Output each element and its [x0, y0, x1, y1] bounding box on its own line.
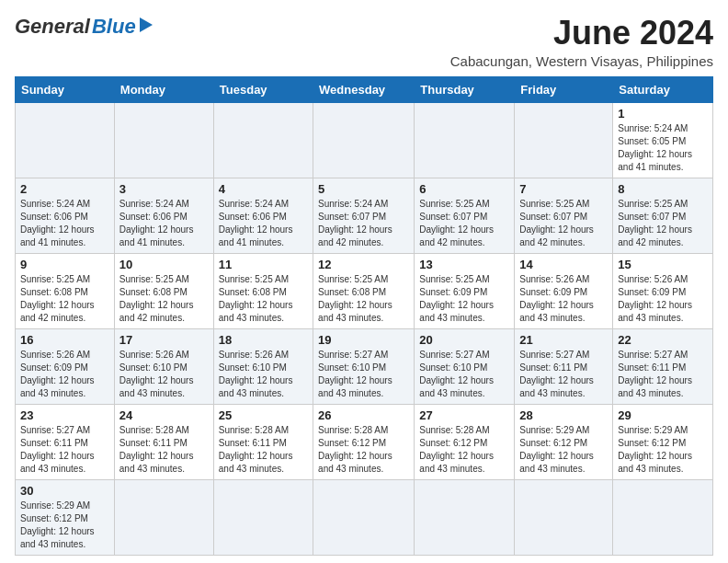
day-number: 25 [219, 408, 308, 422]
calendar-day-cell: 27Sunrise: 5:28 AM Sunset: 6:12 PM Dayli… [415, 404, 515, 479]
header-tuesday: Tuesday [213, 76, 313, 102]
header-sunday: Sunday [16, 76, 115, 102]
calendar-day-cell [415, 479, 515, 555]
calendar-day-cell: 2Sunrise: 5:24 AM Sunset: 6:06 PM Daylig… [16, 178, 115, 253]
calendar-day-cell: 20Sunrise: 5:27 AM Sunset: 6:10 PM Dayli… [415, 328, 515, 404]
day-number: 21 [519, 333, 608, 347]
calendar-day-cell: 10Sunrise: 5:25 AM Sunset: 6:08 PM Dayli… [114, 253, 213, 328]
day-number: 20 [419, 333, 509, 347]
calendar-day-cell [313, 102, 415, 178]
day-info: Sunrise: 5:27 AM Sunset: 6:11 PM Dayligh… [519, 349, 608, 400]
day-info: Sunrise: 5:24 AM Sunset: 6:06 PM Dayligh… [219, 198, 308, 249]
calendar-day-cell: 6Sunrise: 5:25 AM Sunset: 6:07 PM Daylig… [415, 178, 515, 253]
calendar-week-row: 16Sunrise: 5:26 AM Sunset: 6:09 PM Dayli… [16, 328, 713, 404]
calendar-day-cell: 17Sunrise: 5:26 AM Sunset: 6:10 PM Dayli… [114, 328, 213, 404]
day-info: Sunrise: 5:26 AM Sunset: 6:09 PM Dayligh… [20, 349, 109, 400]
day-number: 5 [318, 182, 409, 196]
logo-wrapper: General Blue [15, 15, 153, 39]
calendar-day-cell: 26Sunrise: 5:28 AM Sunset: 6:12 PM Dayli… [313, 404, 415, 479]
day-number: 18 [219, 333, 308, 347]
day-number: 1 [618, 107, 708, 121]
calendar-day-cell: 25Sunrise: 5:28 AM Sunset: 6:11 PM Dayli… [213, 404, 313, 479]
day-number: 27 [419, 408, 509, 422]
header-friday: Friday [515, 76, 613, 102]
day-info: Sunrise: 5:27 AM Sunset: 6:11 PM Dayligh… [618, 349, 708, 400]
day-info: Sunrise: 5:29 AM Sunset: 6:12 PM Dayligh… [20, 500, 109, 551]
calendar-week-row: 1Sunrise: 5:24 AM Sunset: 6:05 PM Daylig… [16, 102, 713, 178]
calendar-day-cell [515, 479, 613, 555]
calendar-week-row: 2Sunrise: 5:24 AM Sunset: 6:06 PM Daylig… [16, 178, 713, 253]
calendar-day-cell: 1Sunrise: 5:24 AM Sunset: 6:05 PM Daylig… [613, 102, 713, 178]
day-info: Sunrise: 5:28 AM Sunset: 6:11 PM Dayligh… [119, 424, 209, 476]
day-info: Sunrise: 5:27 AM Sunset: 6:10 PM Dayligh… [318, 349, 409, 400]
day-info: Sunrise: 5:25 AM Sunset: 6:07 PM Dayligh… [618, 198, 708, 249]
calendar-day-cell: 18Sunrise: 5:26 AM Sunset: 6:10 PM Dayli… [213, 328, 313, 404]
calendar-day-cell: 19Sunrise: 5:27 AM Sunset: 6:10 PM Dayli… [313, 328, 415, 404]
calendar-day-cell [313, 479, 415, 555]
calendar-day-cell: 11Sunrise: 5:25 AM Sunset: 6:08 PM Dayli… [213, 253, 313, 328]
title-area: June 2024 Cabacungan, Western Visayas, P… [450, 15, 713, 69]
day-number: 30 [20, 484, 109, 498]
calendar-day-cell: 3Sunrise: 5:24 AM Sunset: 6:06 PM Daylig… [114, 178, 213, 253]
calendar-day-cell: 9Sunrise: 5:25 AM Sunset: 6:08 PM Daylig… [16, 253, 115, 328]
calendar-day-cell [16, 102, 115, 178]
day-info: Sunrise: 5:25 AM Sunset: 6:07 PM Dayligh… [419, 198, 509, 249]
header-monday: Monday [114, 76, 213, 102]
day-number: 4 [219, 182, 308, 196]
calendar-week-row: 23Sunrise: 5:27 AM Sunset: 6:11 PM Dayli… [16, 404, 713, 479]
day-info: Sunrise: 5:29 AM Sunset: 6:12 PM Dayligh… [618, 424, 708, 476]
calendar-day-cell: 12Sunrise: 5:25 AM Sunset: 6:08 PM Dayli… [313, 253, 415, 328]
day-number: 9 [20, 258, 109, 271]
day-info: Sunrise: 5:28 AM Sunset: 6:12 PM Dayligh… [318, 424, 409, 476]
calendar-week-row: 9Sunrise: 5:25 AM Sunset: 6:08 PM Daylig… [16, 253, 713, 328]
day-info: Sunrise: 5:24 AM Sunset: 6:07 PM Dayligh… [318, 198, 409, 249]
day-number: 28 [519, 408, 608, 422]
day-number: 10 [119, 258, 209, 271]
header-wednesday: Wednesday [313, 76, 415, 102]
logo-area: General Blue [15, 15, 153, 39]
calendar-day-cell [415, 102, 515, 178]
calendar-day-cell: 16Sunrise: 5:26 AM Sunset: 6:09 PM Dayli… [16, 328, 115, 404]
day-info: Sunrise: 5:26 AM Sunset: 6:10 PM Dayligh… [219, 349, 308, 400]
calendar-day-cell [213, 479, 313, 555]
day-number: 23 [20, 408, 109, 422]
calendar-day-cell: 15Sunrise: 5:26 AM Sunset: 6:09 PM Dayli… [613, 253, 713, 328]
calendar-day-cell: 22Sunrise: 5:27 AM Sunset: 6:11 PM Dayli… [613, 328, 713, 404]
logo-arrow-icon [140, 17, 153, 32]
day-info: Sunrise: 5:26 AM Sunset: 6:09 PM Dayligh… [618, 273, 708, 325]
day-info: Sunrise: 5:25 AM Sunset: 6:07 PM Dayligh… [519, 198, 608, 249]
location-title: Cabacungan, Western Visayas, Philippines [450, 53, 713, 69]
day-number: 7 [519, 182, 608, 196]
calendar-day-cell: 13Sunrise: 5:25 AM Sunset: 6:09 PM Dayli… [415, 253, 515, 328]
calendar-day-cell: 21Sunrise: 5:27 AM Sunset: 6:11 PM Dayli… [515, 328, 613, 404]
day-info: Sunrise: 5:27 AM Sunset: 6:10 PM Dayligh… [419, 349, 509, 400]
day-number: 11 [219, 258, 308, 271]
calendar-day-cell: 30Sunrise: 5:29 AM Sunset: 6:12 PM Dayli… [16, 479, 115, 555]
day-number: 6 [419, 182, 509, 196]
day-number: 12 [318, 258, 409, 271]
calendar-table: Sunday Monday Tuesday Wednesday Thursday… [15, 76, 713, 556]
calendar-week-row: 30Sunrise: 5:29 AM Sunset: 6:12 PM Dayli… [16, 479, 713, 555]
day-number: 19 [318, 333, 409, 347]
calendar-day-cell [515, 102, 613, 178]
calendar-day-cell [213, 102, 313, 178]
calendar-day-cell: 8Sunrise: 5:25 AM Sunset: 6:07 PM Daylig… [613, 178, 713, 253]
header-saturday: Saturday [613, 76, 713, 102]
day-number: 15 [618, 258, 708, 271]
day-info: Sunrise: 5:25 AM Sunset: 6:08 PM Dayligh… [20, 273, 109, 325]
day-info: Sunrise: 5:25 AM Sunset: 6:08 PM Dayligh… [318, 273, 409, 325]
day-info: Sunrise: 5:26 AM Sunset: 6:09 PM Dayligh… [519, 273, 608, 325]
day-info: Sunrise: 5:24 AM Sunset: 6:05 PM Dayligh… [618, 122, 708, 174]
day-info: Sunrise: 5:28 AM Sunset: 6:11 PM Dayligh… [219, 424, 308, 476]
day-info: Sunrise: 5:25 AM Sunset: 6:09 PM Dayligh… [419, 273, 509, 325]
day-info: Sunrise: 5:25 AM Sunset: 6:08 PM Dayligh… [119, 273, 209, 325]
day-info: Sunrise: 5:29 AM Sunset: 6:12 PM Dayligh… [519, 424, 608, 476]
calendar-day-cell [114, 479, 213, 555]
day-number: 26 [318, 408, 409, 422]
calendar-day-cell: 24Sunrise: 5:28 AM Sunset: 6:11 PM Dayli… [114, 404, 213, 479]
logo-general-text: General [15, 15, 90, 39]
calendar-day-cell: 29Sunrise: 5:29 AM Sunset: 6:12 PM Dayli… [613, 404, 713, 479]
header: General Blue June 2024 Cabacungan, Weste… [15, 15, 713, 69]
day-info: Sunrise: 5:28 AM Sunset: 6:12 PM Dayligh… [419, 424, 509, 476]
day-info: Sunrise: 5:24 AM Sunset: 6:06 PM Dayligh… [119, 198, 209, 249]
